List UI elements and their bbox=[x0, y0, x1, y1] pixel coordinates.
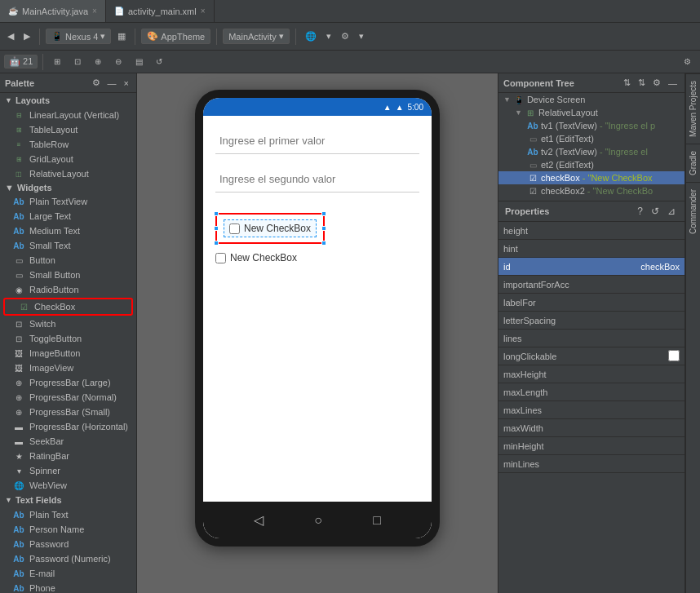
input-field-1[interactable] bbox=[215, 128, 419, 154]
checkbox2-tree-icon: ☑ bbox=[527, 187, 538, 196]
palette-tool3[interactable]: × bbox=[122, 77, 131, 89]
tree-item-checkbox[interactable]: ☑ checkBox - "New CheckBox bbox=[498, 171, 684, 184]
palette-item-plaintextview[interactable]: Ab Plain TextView bbox=[0, 194, 136, 209]
activity-dropdown[interactable]: MainActivity ▾ bbox=[223, 29, 290, 44]
phone-content[interactable]: New CheckBox New CheckBox bbox=[203, 116, 432, 502]
checkbox-selected-inner[interactable]: New CheckBox bbox=[224, 219, 317, 237]
palette-item-smalltext[interactable]: Ab Small Text bbox=[0, 238, 136, 253]
palette-item-radiobutton[interactable]: ◉ RadioButton bbox=[0, 282, 136, 297]
tree-label-checkbox2: checkBox2 - "New CheckBo bbox=[541, 186, 653, 196]
handle-tl bbox=[214, 211, 219, 216]
forward-btn[interactable]: ▶ bbox=[20, 29, 33, 43]
secondary-toolbar: 🤖 21 ⊞ ⊡ ⊕ ⊖ ▤ ↺ ⚙ bbox=[0, 51, 700, 73]
palette-item-ratingbar[interactable]: ★ RatingBar bbox=[0, 449, 136, 463]
palette-item-progressbar-normal[interactable]: ⊕ ProgressBar (Normal) bbox=[0, 390, 136, 405]
palette-item-progressbar-small[interactable]: ⊕ ProgressBar (Small) bbox=[0, 405, 136, 419]
device-config-btn[interactable]: ▦ bbox=[114, 29, 129, 43]
prop-reset-btn[interactable]: ↺ bbox=[649, 205, 662, 218]
layouts-group-header[interactable]: ▼ Layouts bbox=[0, 93, 136, 108]
tree-tool-sort2[interactable]: ⇅ bbox=[636, 77, 648, 89]
tree-item-et2[interactable]: ▭ et2 (EditText) bbox=[498, 158, 684, 171]
palette-item-gridlayout[interactable]: ⊞ GridLayout bbox=[0, 152, 136, 166]
sidebar-tab-commander[interactable]: Commander bbox=[686, 182, 700, 241]
tab-close-main[interactable]: × bbox=[92, 7, 97, 15]
nav-home[interactable]: ○ bbox=[314, 513, 322, 528]
palette-item-password[interactable]: Ab Password bbox=[0, 537, 136, 551]
checkbox-1[interactable] bbox=[229, 223, 240, 234]
tab-activity-xml[interactable]: 📄 activity_main.xml × bbox=[106, 0, 215, 22]
email-icon: Ab bbox=[13, 568, 24, 579]
palette-item-webview[interactable]: 🌐 WebView bbox=[0, 478, 136, 493]
fit-to-window-btn[interactable]: ⊞ bbox=[48, 53, 66, 71]
input-field-2[interactable] bbox=[215, 166, 419, 193]
tree-item-et1[interactable]: ▭ et1 (EditText) bbox=[498, 132, 684, 145]
palette-item-email[interactable]: Ab E-mail bbox=[0, 566, 136, 581]
palette-item-tablerow[interactable]: ≡ TableRow bbox=[0, 137, 136, 152]
back-btn[interactable]: ◀ bbox=[4, 29, 17, 43]
prop-filter-btn[interactable]: ⊿ bbox=[665, 205, 678, 218]
sidebar-tab-maven[interactable]: Maven Projects bbox=[686, 73, 700, 144]
sidebar-tab-gradle[interactable]: Gradle bbox=[686, 144, 700, 182]
palette-item-imageview[interactable]: 🖼 ImageView bbox=[0, 361, 136, 375]
prop-help-btn[interactable]: ? bbox=[635, 205, 645, 218]
zoom-out-btn[interactable]: ⊖ bbox=[109, 53, 127, 71]
settings-arrow[interactable]: ▾ bbox=[356, 29, 367, 43]
palette-item-switch[interactable]: ⊡ Switch bbox=[0, 316, 136, 331]
checkbox-2[interactable] bbox=[215, 253, 226, 263]
locale-arrow[interactable]: ▾ bbox=[323, 29, 334, 43]
tab-main-activity[interactable]: ☕ MainActivity.java × bbox=[0, 0, 106, 22]
palette-item-button[interactable]: ▭ Button bbox=[0, 253, 136, 268]
palette-item-largetext[interactable]: Ab Large Text bbox=[0, 209, 136, 223]
palette-item-linearlayout[interactable]: ⊟ LinearLayout (Vertical) bbox=[0, 108, 136, 122]
prop-row-hint: hint bbox=[498, 240, 684, 258]
palette-item-tablelayout[interactable]: ⊞ TableLayout bbox=[0, 122, 136, 137]
palette-tool1[interactable]: ⚙ bbox=[90, 77, 103, 89]
palette-item-imagebutton[interactable]: 🖼 ImageButton bbox=[0, 346, 136, 361]
palette-item-phone[interactable]: Ab Phone bbox=[0, 581, 136, 593]
palette-item-progressbar-horizontal[interactable]: ▬ ProgressBar (Horizontal) bbox=[0, 419, 136, 434]
gear-btn[interactable]: ⚙ bbox=[678, 53, 696, 71]
nav-back[interactable]: ◁ bbox=[254, 512, 264, 528]
prop-name-maxwidth: maxWidth bbox=[503, 423, 591, 433]
prop-row-id[interactable]: id checkBox bbox=[498, 258, 684, 276]
textfields-group-header[interactable]: ▼ Text Fields bbox=[0, 493, 136, 507]
prop-name-height: height bbox=[503, 226, 591, 236]
tree-item-relativelayout[interactable]: ▼ ⊞ RelativeLayout bbox=[498, 106, 684, 119]
prop-name-labelfor: labelFor bbox=[503, 298, 591, 308]
tree-item-tv1[interactable]: Ab tv1 (TextView) - "Ingrese el p bbox=[498, 119, 684, 132]
zoom-in-btn[interactable]: ⊕ bbox=[89, 53, 107, 71]
palette-item-checkbox[interactable]: ☑ CheckBox bbox=[3, 298, 133, 316]
palette-tool2[interactable]: — bbox=[105, 77, 119, 89]
palette-item-spinner[interactable]: ▾ Spinner bbox=[0, 463, 136, 478]
longclickable-checkbox[interactable] bbox=[668, 350, 680, 361]
actual-size-btn[interactable]: ⊡ bbox=[69, 53, 86, 71]
tree-tool-gear[interactable]: ⚙ bbox=[650, 77, 663, 89]
sep2 bbox=[135, 29, 135, 45]
textview-icon-2: Ab bbox=[527, 148, 538, 157]
tree-item-devicescreen[interactable]: ▼ 📱 Device Screen bbox=[498, 93, 684, 106]
tree-item-tv2[interactable]: Ab tv2 (TextView) - "Ingrese el bbox=[498, 145, 684, 158]
edittext-icon-1: ▭ bbox=[527, 135, 538, 144]
tree-item-checkbox2[interactable]: ☑ checkBox2 - "New CheckBo bbox=[498, 184, 684, 197]
theme-dropdown[interactable]: 🎨 AppTheme bbox=[141, 29, 210, 44]
palette-item-plaintext[interactable]: Ab Plain Text bbox=[0, 507, 136, 522]
settings-btn[interactable]: ⚙ bbox=[338, 29, 352, 43]
refresh-btn[interactable]: ↺ bbox=[150, 53, 168, 71]
widgets-group-header[interactable]: ▼ Widgets bbox=[0, 181, 136, 194]
prop-row-maxlines: maxLines bbox=[498, 401, 684, 419]
palette-item-togglebutton[interactable]: ⊡ ToggleButton bbox=[0, 331, 136, 346]
tab-close-xml[interactable]: × bbox=[201, 7, 206, 15]
palette-item-password-numeric[interactable]: Ab Password (Numeric) bbox=[0, 551, 136, 566]
nav-recents[interactable]: □ bbox=[373, 513, 381, 528]
palette-item-seekbar[interactable]: ▬ SeekBar bbox=[0, 434, 136, 449]
preview-btn[interactable]: ▤ bbox=[130, 53, 148, 71]
palette-item-smallbutton[interactable]: ▭ Small Button bbox=[0, 268, 136, 282]
tree-tool-min[interactable]: — bbox=[666, 77, 680, 89]
tree-tool-sort[interactable]: ⇅ bbox=[621, 77, 633, 89]
palette-item-relativelayout[interactable]: ◫ RelativeLayout bbox=[0, 166, 136, 181]
palette-item-progressbar-large[interactable]: ⊕ ProgressBar (Large) bbox=[0, 375, 136, 390]
locale-btn[interactable]: 🌐 bbox=[302, 29, 320, 43]
nexus-dropdown[interactable]: 📱 Nexus 4 ▾ bbox=[46, 29, 111, 44]
palette-item-personname[interactable]: Ab Person Name bbox=[0, 522, 136, 537]
palette-item-mediumtext[interactable]: Ab Medium Text bbox=[0, 223, 136, 238]
